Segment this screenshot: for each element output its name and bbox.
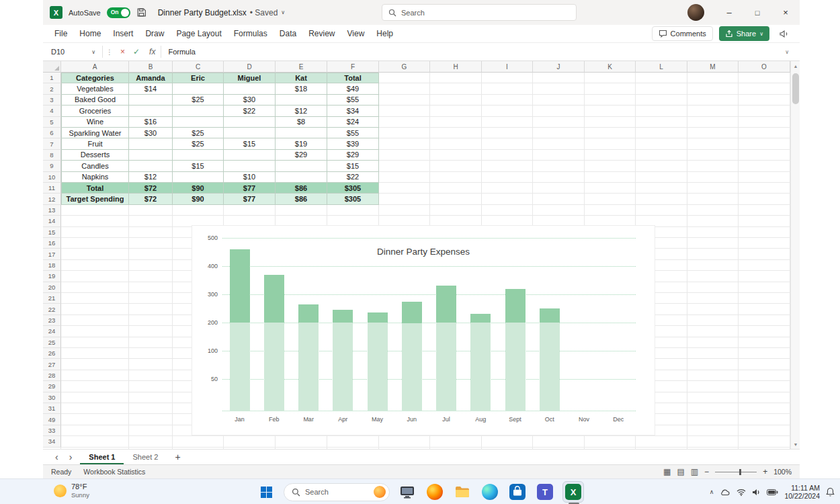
row-header-17[interactable]: 17: [43, 249, 61, 259]
cell[interactable]: $22: [224, 106, 276, 116]
cell[interactable]: $90: [173, 194, 224, 204]
excel-taskbar-button[interactable]: X: [562, 481, 584, 503]
row-header-2[interactable]: 2: [43, 83, 61, 94]
cell[interactable]: $55: [327, 95, 379, 106]
cell[interactable]: $10: [224, 172, 276, 183]
wifi-icon[interactable]: [737, 489, 746, 496]
volume-icon[interactable]: [752, 489, 761, 496]
teams-button[interactable]: T: [535, 482, 555, 502]
cell[interactable]: $72: [129, 183, 173, 194]
minimize-button[interactable]: –: [715, 0, 743, 25]
column-header-I[interactable]: I: [482, 61, 533, 73]
cell[interactable]: Miguel: [224, 73, 276, 83]
row-header-27[interactable]: 27: [43, 359, 61, 370]
menu-tab-draw[interactable]: Draw: [139, 25, 170, 42]
chart-bar-may[interactable]: [368, 312, 388, 411]
chart-bar-oct[interactable]: [540, 308, 560, 411]
cell[interactable]: $14: [129, 83, 173, 94]
cell[interactable]: $16: [129, 117, 173, 128]
cell[interactable]: Total: [61, 183, 129, 194]
row-header-12[interactable]: 12: [43, 194, 61, 204]
column-header-D[interactable]: D: [224, 61, 276, 73]
cell[interactable]: $86: [276, 194, 327, 204]
row-header-28[interactable]: 28: [43, 370, 61, 381]
cell[interactable]: [173, 150, 224, 161]
row-header-18[interactable]: 18: [43, 260, 61, 271]
column-header-F[interactable]: F: [327, 61, 379, 73]
cell[interactable]: $90: [173, 183, 224, 194]
column-header-A[interactable]: A: [61, 61, 129, 73]
row-header-5[interactable]: 5: [43, 117, 61, 128]
weather-widget[interactable]: 78°F Sunny: [54, 482, 89, 499]
row-header-33[interactable]: 33: [43, 425, 61, 436]
row-header-9[interactable]: 9: [43, 161, 61, 171]
chart-bar-jan[interactable]: [230, 249, 250, 411]
menu-tab-insert[interactable]: Insert: [107, 25, 139, 42]
row-header-19[interactable]: 19: [43, 271, 61, 282]
workbook-statistics[interactable]: Workbook Statistics: [83, 468, 145, 476]
row-header-21[interactable]: 21: [43, 293, 61, 304]
cell[interactable]: Wine: [61, 117, 129, 128]
row-header-25[interactable]: 25: [43, 337, 61, 348]
column-header-G[interactable]: G: [379, 61, 430, 73]
feedback-button[interactable]: [775, 26, 792, 41]
cell[interactable]: $25: [173, 95, 224, 106]
row-header-7[interactable]: 7: [43, 138, 61, 149]
cell[interactable]: [224, 150, 276, 161]
column-header-B[interactable]: B: [129, 61, 173, 73]
cell[interactable]: Categories: [61, 73, 129, 83]
next-sheet-icon[interactable]: ›: [64, 452, 78, 462]
cell[interactable]: [276, 161, 327, 171]
cancel-icon[interactable]: ×: [116, 47, 129, 56]
row-header-26[interactable]: 26: [43, 348, 61, 359]
cell[interactable]: [224, 83, 276, 94]
cell[interactable]: Target Spending: [61, 194, 129, 204]
cell[interactable]: [224, 161, 276, 171]
title-search-box[interactable]: Search: [382, 4, 577, 21]
cell[interactable]: $22: [327, 172, 379, 183]
menu-tab-page-layout[interactable]: Page Layout: [170, 25, 227, 42]
cell[interactable]: $12: [129, 172, 173, 183]
cell[interactable]: [129, 138, 173, 149]
taskbar-app-dark[interactable]: [397, 482, 417, 502]
zoom-in-button[interactable]: +: [763, 467, 767, 476]
zoom-out-button[interactable]: −: [704, 467, 709, 476]
zoom-slider[interactable]: [715, 472, 757, 472]
document-title[interactable]: Dinner Party Budget.xlsx • Saved ∨: [158, 8, 285, 17]
edge-button[interactable]: [480, 482, 500, 502]
maximize-button[interactable]: □: [743, 0, 771, 25]
cell[interactable]: [173, 83, 224, 94]
comments-button[interactable]: Comments: [652, 26, 713, 41]
vertical-scrollbar[interactable]: ▲ ▼: [790, 61, 800, 449]
cell[interactable]: $18: [276, 83, 327, 94]
cell[interactable]: [173, 106, 224, 116]
row-header-14[interactable]: 14: [43, 216, 61, 226]
cell[interactable]: $34: [327, 106, 379, 116]
autosave-toggle[interactable]: On: [107, 7, 130, 18]
firefox-button[interactable]: [425, 482, 445, 502]
insert-function-button[interactable]: fx: [144, 47, 161, 56]
row-header-22[interactable]: 22: [43, 304, 61, 314]
microsoft-store-button[interactable]: [507, 482, 528, 502]
column-header-J[interactable]: J: [533, 61, 585, 73]
zoom-slider-handle[interactable]: [739, 469, 741, 475]
row-header-8[interactable]: 8: [43, 150, 61, 161]
avatar[interactable]: [687, 4, 704, 21]
cell[interactable]: $49: [327, 83, 379, 94]
add-sheet-button[interactable]: +: [175, 452, 180, 462]
name-box[interactable]: D10 ∨: [43, 48, 102, 56]
cell[interactable]: $77: [224, 194, 276, 204]
row-header-30[interactable]: 30: [43, 392, 61, 403]
row-header-49[interactable]: 49: [43, 414, 61, 425]
menu-tab-review[interactable]: Review: [302, 25, 341, 42]
menu-tab-view[interactable]: View: [341, 25, 371, 42]
column-header-O[interactable]: O: [739, 61, 790, 73]
row-header-29[interactable]: 29: [43, 381, 61, 392]
cell[interactable]: $12: [276, 106, 327, 116]
cell[interactable]: $30: [129, 128, 173, 138]
row-header-10[interactable]: 10: [43, 172, 61, 183]
cell[interactable]: $30: [224, 95, 276, 106]
save-button[interactable]: [136, 7, 146, 17]
cell[interactable]: $77: [224, 183, 276, 194]
cell[interactable]: $55: [327, 128, 379, 138]
